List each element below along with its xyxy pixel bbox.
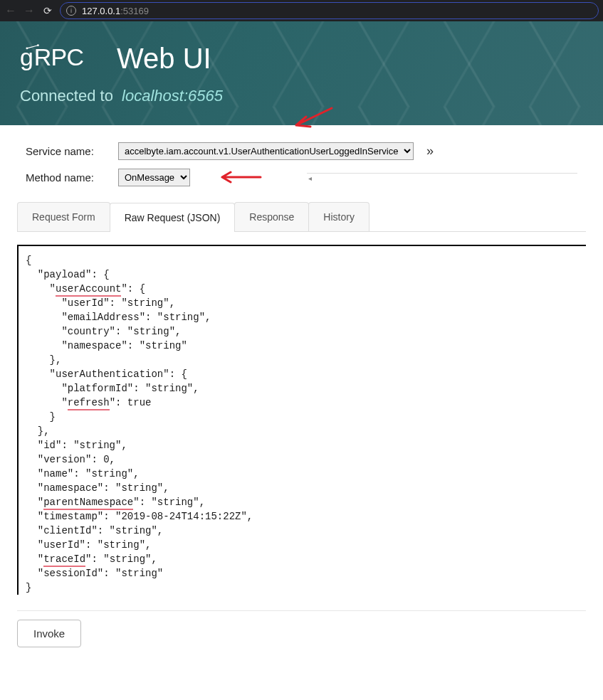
svg-point-4 [37, 44, 39, 46]
reload-button[interactable]: ⟳ [41, 5, 54, 16]
invoke-button[interactable]: Invoke [17, 620, 81, 647]
tab-bar: Request FormRaw Request (JSON)ResponseHi… [17, 202, 586, 232]
method-name-label: Method name: [26, 171, 111, 184]
tab-response[interactable]: Response [234, 202, 309, 231]
address-bar[interactable]: i 127.0.0.1:53169 [60, 2, 599, 19]
header-banner: gRPC Web UI Connected to localhost:6565 [0, 21, 603, 125]
endpoint-text: localhost:6565 [122, 87, 223, 105]
forward-button[interactable]: → [23, 4, 36, 17]
url-port: :53169 [120, 6, 149, 16]
back-button[interactable]: ← [4, 4, 17, 17]
method-name-select[interactable]: OnMessage [118, 169, 190, 186]
connection-status: Connected to localhost:6565 [20, 87, 583, 105]
service-name-label: Service name: [26, 145, 111, 157]
invoke-section: Invoke [17, 610, 586, 647]
connected-label: Connected to [20, 87, 113, 105]
tab-request-form[interactable]: Request Form [17, 202, 110, 231]
url-host: 127.0.0.1 [82, 6, 120, 16]
selector-form: Service name: accelbyte.iam.account.v1.U… [0, 125, 603, 202]
app-title: Web UI [117, 43, 211, 75]
service-name-select[interactable]: accelbyte.iam.account.v1.UserAuthenticat… [118, 142, 414, 160]
json-editor-wrap: { "payload": { "userAccount": { "userId"… [17, 245, 586, 595]
tab-raw-request-json-[interactable]: Raw Request (JSON) [110, 203, 236, 232]
tab-history[interactable]: History [308, 202, 369, 231]
svg-text:RPC: RPC [34, 43, 84, 70]
grpc-logo: gRPC [20, 40, 105, 77]
scroll-hint: ◂ [307, 173, 577, 183]
svg-point-3 [26, 47, 28, 49]
annotation-arrow-method [216, 169, 266, 186]
expand-icon[interactable]: » [426, 144, 434, 159]
raw-json-editor[interactable]: { "payload": { "userAccount": { "userId"… [26, 253, 586, 595]
browser-chrome: ← → ⟳ i 127.0.0.1:53169 [0, 0, 603, 21]
site-info-icon[interactable]: i [66, 6, 76, 16]
